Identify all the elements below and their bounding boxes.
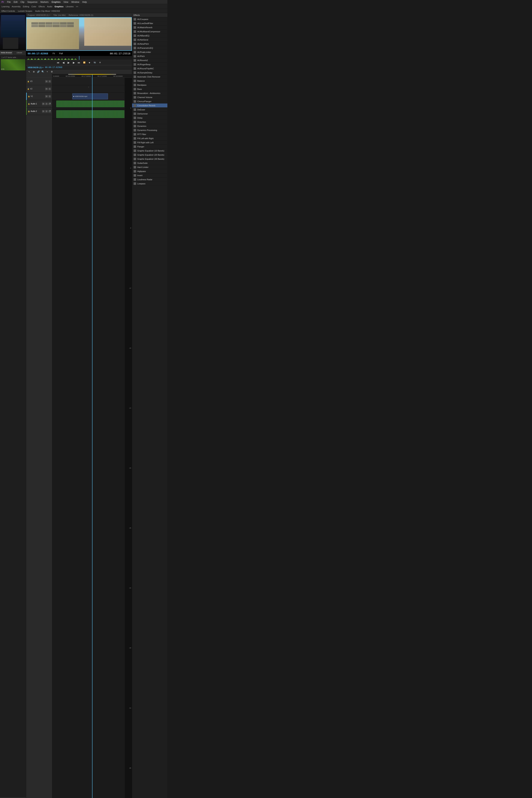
effect-item-fftfilter[interactable]: ♪FFT Filter [132, 132, 167, 136]
track-lock-v1[interactable]: 🔒 [28, 95, 30, 97]
effect-item-aumatrixreverb[interactable]: ♪AUMatrixReverb [132, 25, 167, 30]
workspace-editing[interactable]: Editing [23, 5, 29, 8]
effect-item-aunbandeq[interactable]: ♪AUNBandEQ [132, 34, 167, 38]
effect-item-aumulitibandcompressor[interactable]: ♪AUMultibandCompressor [132, 30, 167, 34]
track-mute-v3[interactable]: M [45, 80, 48, 83]
effect-item-aunewpitch[interactable]: ♪AUNewPitch [132, 42, 167, 46]
monitor-timeline[interactable] [26, 56, 132, 60]
effect-item-graphiceq10[interactable]: ♪Graphic Equalizer (10 Bands) [132, 149, 167, 153]
effect-item-lowpass[interactable]: ♪Lowpass [132, 182, 167, 186]
menu-edit[interactable]: Edit [14, 1, 18, 3]
tab-effect-controls[interactable]: Effect Controls [1, 10, 15, 12]
workspace-color[interactable]: Color [31, 5, 36, 8]
audio-clip-a2[interactable] [56, 110, 126, 118]
effect-item-binauraizer[interactable]: ♪Binauralizer - Ambisonics [132, 91, 167, 95]
effect-item-aurogerbeep[interactable]: ♪AURogerBeep [132, 62, 167, 66]
btn-play-stop[interactable]: ▶ [67, 61, 71, 64]
tab-lumetri-scopes[interactable]: Lumetri Scopes [18, 10, 32, 12]
menu-view[interactable]: View [63, 1, 69, 3]
menu-markers[interactable]: Markers [40, 1, 49, 3]
effect-item-delay[interactable]: ♪Delay [132, 116, 167, 120]
effect-item-aunetsend[interactable]: ♪AUNetSend [132, 38, 167, 42]
track-solo-v1[interactable]: S [49, 95, 51, 98]
full-label[interactable]: Full [59, 52, 63, 55]
effect-item-chorusflanger[interactable]: ♪Chorus/Flanger [132, 99, 167, 103]
fit-label[interactable]: Fit [53, 52, 55, 55]
track-row-a1[interactable] [52, 100, 132, 110]
track-lock-a2[interactable]: 🔒 [28, 110, 30, 112]
media-item-1[interactable]: 4:01 [1, 59, 25, 71]
audio-clip-a1[interactable] [56, 100, 126, 107]
tool-settings[interactable]: ⚙ [50, 71, 53, 73]
tool-edit-select[interactable]: ⊕ [32, 71, 36, 73]
track-solo-v3[interactable]: S [49, 80, 51, 83]
menu-graphics[interactable]: Graphics [52, 1, 60, 3]
menu-window[interactable]: Window [71, 1, 79, 3]
ruler-area[interactable]: 5:00000 00:16:22050 00:17:00000 00:17:22… [52, 74, 132, 77]
track-solo-a1[interactable]: S [45, 102, 48, 105]
track-mute-a1[interactable]: M [42, 102, 45, 105]
btn-skip-forward[interactable]: ⏭ [77, 61, 81, 64]
effect-item-auroundtripaac[interactable]: ♪AURoundTripAAC [132, 66, 167, 71]
effect-item-aulowshelffilter[interactable]: ♪AULowShelfFilter [132, 21, 167, 25]
tool-snap[interactable]: 🔗 [37, 71, 40, 73]
track-solo-a2[interactable]: S [45, 110, 48, 113]
track-mute-v2[interactable]: M [45, 88, 48, 90]
btn-skip-back[interactable]: ⏮ [56, 61, 60, 64]
tab-audio-clip-mixer[interactable]: Audio Clip Mixer: VIDEO02 [35, 10, 60, 12]
workspace-more[interactable]: >> [76, 5, 78, 8]
effect-item-invert[interactable]: ♪Invert [132, 173, 167, 177]
effect-item-aureverb2[interactable]: ♪AUReverb2 [132, 58, 167, 62]
workspace-libraries[interactable]: Libraries [66, 5, 74, 8]
effect-item-bass[interactable]: ♪Bass [132, 87, 167, 91]
effect-item-automaticclickremover[interactable]: ♪Automatic Click Remover [132, 75, 167, 79]
effect-item-highpass[interactable]: ♪Highpass [132, 169, 167, 173]
effect-item-graphiceq30[interactable]: ♪Graphic Equalizer (30 Bands) [132, 157, 167, 161]
effect-item-flanger[interactable]: ♪Flanger [132, 145, 167, 149]
effect-item-aupitch[interactable]: ♪AUPitch [132, 54, 167, 58]
track-row-v1[interactable]: ■ VIDEO0258.mp4 [52, 93, 132, 100]
effect-item-aupeaklimiter[interactable]: ♪AUPeakLimiter [132, 50, 167, 54]
track-row-a2[interactable] [52, 110, 132, 119]
menu-help[interactable]: Help [82, 1, 87, 3]
effect-item-guitarsuite[interactable]: ♪GuitarSuite [132, 161, 167, 165]
effect-item-fillleftwithright[interactable]: ♪Fill Left with Right [132, 136, 167, 140]
libraries-tab[interactable]: Librarie [13, 51, 26, 55]
effect-item-hardlimiter[interactable]: ♪Hard Limiter [132, 165, 167, 169]
track-mic-a2[interactable]: 🎤 [49, 110, 51, 113]
effect-item-ausampledelay[interactable]: ♪AUSampleDelay [132, 71, 167, 75]
menu-sequence[interactable]: Sequence [27, 1, 37, 3]
effect-item-fillrightwithleft[interactable]: ♪Fill Right with Left [132, 140, 167, 145]
effect-item-convolutionreverb[interactable]: ♪Convolution Reverb [132, 103, 167, 108]
effect-item-auparametriceq[interactable]: ♪AUParametricEQ [132, 46, 167, 50]
tracks-area[interactable]: ↑ ■ VIDEO0258.mp4 [52, 78, 132, 798]
workspace-graphics[interactable]: Graphics [55, 5, 63, 8]
track-mute-a2[interactable]: M [42, 110, 45, 113]
workspace-effects[interactable]: Effects [38, 5, 45, 8]
effect-item-aucoupass[interactable]: ♪AUCoupass [132, 17, 167, 21]
work-area-bar[interactable] [68, 74, 116, 75]
timeline-current-time[interactable]: 00:00:17:02968 [45, 66, 62, 69]
track-solo-v2[interactable]: S [49, 88, 51, 90]
effect-item-balance[interactable]: ♪Balance [132, 79, 167, 83]
media-browser-tab[interactable]: Media Browser [0, 51, 13, 55]
effect-item-dynamics[interactable]: ♪Dynamics [132, 124, 167, 128]
menu-file[interactable]: File [7, 1, 11, 3]
effect-item-bandpass[interactable]: ♪Bandpass [132, 83, 167, 87]
workspace-assembly[interactable]: Assembly [12, 5, 21, 8]
btn-settings[interactable]: ⚙ [98, 61, 102, 63]
effect-item-channelvolume[interactable]: ♪Channel Volume [132, 95, 167, 99]
tool-track-select[interactable]: ↖ [27, 71, 31, 73]
effect-item-dynamicsprocessing[interactable]: ♪Dynamics Processing [132, 128, 167, 132]
tool-insert[interactable]: + [45, 71, 49, 73]
effect-item-distortion[interactable]: ♪Distortion [132, 120, 167, 124]
timeline-ruler[interactable]: 5:00000 00:16:22050 00:17:00000 00:17:22… [26, 74, 132, 78]
menu-clip[interactable]: Clip [21, 1, 24, 3]
effect-item-loudnessradar[interactable]: ♪Loudness Radar [132, 177, 167, 182]
track-mute-v1[interactable]: M [45, 95, 48, 98]
btn-step-forward[interactable]: ▶ [72, 61, 76, 64]
effect-item-graphiceq20[interactable]: ♪Graphic Equalizer (20 Bands) [132, 153, 167, 157]
workspace-learning[interactable]: Learning [1, 5, 10, 8]
btn-loop[interactable]: 🔁 [82, 61, 86, 63]
btn-export[interactable]: 📷 [93, 61, 97, 63]
